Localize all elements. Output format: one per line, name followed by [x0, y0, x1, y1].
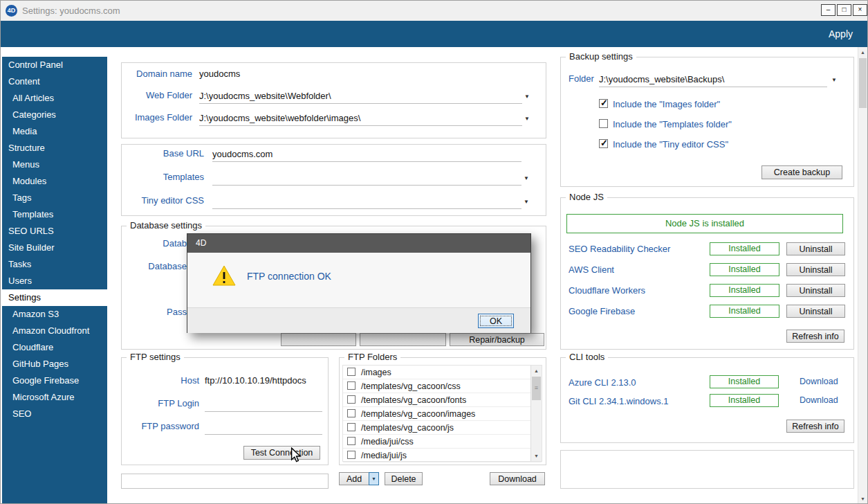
dialog-ok-button[interactable]: OK — [478, 314, 514, 328]
ftp-status-field[interactable] — [121, 474, 329, 489]
ftp-login-field[interactable] — [205, 397, 322, 412]
folder-checkbox[interactable] — [347, 395, 355, 404]
templates-field[interactable] — [212, 171, 521, 186]
base-url-field[interactable]: youdocms.com — [212, 147, 521, 162]
web-folder-dropdown-icon[interactable]: ▼ — [524, 93, 530, 100]
apply-button[interactable]: Apply — [829, 28, 853, 39]
sidebar-item-structure[interactable]: Structure — [2, 140, 107, 156]
close-icon: × — [858, 6, 862, 13]
scrollbar-thumb[interactable]: ≡ — [532, 377, 541, 400]
seo-readability-uninstall-button[interactable]: Uninstall — [786, 242, 845, 255]
images-folder-dropdown-icon[interactable]: ▼ — [524, 116, 530, 122]
scrollbar-thumb[interactable] — [859, 58, 867, 108]
include-images-checkbox[interactable] — [599, 99, 608, 108]
list-item[interactable]: /templates/vg_cacoon/css — [343, 379, 542, 393]
templates-dropdown-icon[interactable]: ▼ — [524, 175, 529, 181]
sidebar-item-github-pages[interactable]: GitHub Pages — [2, 356, 107, 372]
google-firebase-uninstall-button[interactable]: Uninstall — [786, 305, 845, 318]
include-images-label: Include the "Images folder" — [613, 99, 720, 109]
seo-readability-installed-button[interactable]: Installed — [710, 242, 779, 255]
sidebar-item-seo-urls[interactable]: SEO URLS — [2, 223, 107, 240]
include-tiny-css-checkbox[interactable] — [599, 139, 608, 148]
cloudflare-workers-uninstall-button[interactable]: Uninstall — [786, 284, 845, 297]
sidebar-item-users[interactable]: Users — [2, 273, 107, 289]
dialog-titlebar[interactable]: 4D — [187, 234, 530, 253]
download-folders-button[interactable]: Download — [490, 472, 545, 485]
include-tiny-css-label: Include the "Tiny editor CSS" — [613, 139, 728, 150]
backup-folder-label: Folder — [569, 73, 594, 84]
scroll-down-icon[interactable]: ▼ — [531, 451, 542, 461]
tiny-editor-css-field[interactable] — [212, 195, 521, 209]
scroll-up-icon[interactable]: ▲ — [858, 47, 867, 57]
ftp-host-value[interactable]: ftp://10.10.10.19/httpdocs — [205, 375, 306, 386]
seo-readability-label: SEO Readability Checker — [569, 244, 670, 254]
domain-name-value[interactable]: youdocms — [199, 69, 240, 79]
database-button-1[interactable] — [281, 333, 356, 346]
aws-client-installed-button[interactable]: Installed — [710, 263, 779, 276]
folder-checkbox[interactable] — [347, 451, 355, 459]
sidebar-item-menus[interactable]: Menus — [2, 156, 107, 173]
google-firebase-label: Google Firebase — [569, 306, 635, 316]
repair-backup-button[interactable]: Repair/backup — [450, 333, 544, 346]
aws-client-uninstall-button[interactable]: Uninstall — [786, 263, 845, 276]
list-item[interactable]: /templates/vg_cacoon/js — [343, 421, 542, 435]
cli-tools-title: CLI tools — [566, 352, 608, 362]
azure-cli-installed-button[interactable]: Installed — [710, 375, 779, 388]
folder-path: /templates/vg_cacoon/css — [361, 379, 461, 393]
create-backup-button[interactable]: Create backup — [761, 165, 842, 179]
backup-folder-dropdown-icon[interactable]: ▼ — [831, 77, 837, 83]
sidebar-item-modules[interactable]: Modules — [2, 173, 107, 190]
ftp-password-label: FTP password — [90, 421, 199, 431]
sidebar-item-cloudflare[interactable]: Cloudflare — [2, 339, 107, 356]
database-button-2[interactable] — [360, 333, 446, 346]
list-scrollbar[interactable]: ▲ ≡ ▼ — [530, 366, 542, 461]
cloudflare-workers-label: Cloudflare Workers — [569, 285, 645, 296]
add-dropdown-icon[interactable]: ▼ — [369, 472, 379, 485]
delete-folder-button[interactable]: Delete — [385, 472, 423, 485]
list-item[interactable]: /templates/vg_cacoon/fonts — [343, 393, 542, 407]
list-item[interactable]: /media/jui/css — [343, 435, 542, 449]
maximize-button[interactable]: □ — [837, 4, 851, 16]
ftp-password-field[interactable] — [205, 420, 322, 435]
cloudflare-workers-installed-button[interactable]: Installed — [710, 284, 779, 297]
list-item[interactable]: /templates/vg_cacoon/images — [343, 407, 542, 421]
window-scrollbar[interactable]: ▲ ▼ — [858, 47, 867, 504]
images-folder-field[interactable]: J:\youdocms_website\webfolder\images\ — [199, 111, 522, 126]
list-item[interactable]: /media/jui/js — [343, 449, 542, 462]
include-templates-checkbox[interactable] — [599, 119, 608, 128]
window-titlebar[interactable]: 4D Settings: youdocms.com – □ × — [0, 0, 868, 21]
add-folder-button[interactable]: Add — [339, 472, 369, 485]
scroll-up-icon[interactable]: ▲ — [531, 366, 542, 376]
list-item[interactable]: /images — [343, 366, 542, 379]
sidebar-item-media[interactable]: Media — [2, 123, 107, 140]
folder-checkbox[interactable] — [347, 409, 355, 417]
minimize-button[interactable]: – — [821, 4, 835, 16]
images-folder-label: Images Folder — [83, 112, 192, 123]
backup-folder-field[interactable]: J:\youdocms_website\Backups\ — [599, 73, 827, 87]
scroll-down-icon[interactable]: ▼ — [858, 494, 867, 504]
aws-client-label: AWS Client — [569, 264, 614, 275]
git-cli-download-link[interactable]: Download — [800, 395, 838, 405]
tiny-editor-css-dropdown-icon[interactable]: ▼ — [524, 199, 529, 205]
backup-settings-title: Backup settings — [566, 51, 636, 62]
sidebar-item-templates[interactable]: Templates — [2, 206, 107, 223]
folder-checkbox[interactable] — [347, 437, 355, 445]
sidebar-item-settings[interactable]: Settings — [2, 289, 107, 306]
folder-checkbox[interactable] — [347, 423, 355, 431]
nodejs-refresh-info-button[interactable]: Refresh info — [786, 330, 844, 343]
web-folder-field[interactable]: J:\youdocms_website\Webfolder\ — [199, 89, 522, 104]
folder-checkbox[interactable] — [347, 381, 355, 390]
database-password-label: Pass — [69, 307, 187, 317]
folder-checkbox[interactable] — [347, 368, 355, 376]
cli-refresh-info-button[interactable]: Refresh info — [786, 420, 844, 433]
test-connection-button[interactable]: Test Connection — [243, 446, 320, 460]
close-button[interactable]: × — [853, 4, 867, 16]
git-cli-installed-button[interactable]: Installed — [710, 394, 779, 407]
nodejs-title: Node JS — [566, 192, 607, 202]
sidebar-item-amazon-cloudfront[interactable]: Amazon Cloudfront — [2, 323, 107, 339]
azure-cli-download-link[interactable]: Download — [800, 377, 838, 386]
folder-path: /templates/vg_cacoon/fonts — [361, 393, 466, 407]
google-firebase-installed-button[interactable]: Installed — [710, 305, 779, 318]
ftp-connection-dialog: 4D FTP connection OK OK — [187, 233, 531, 333]
sidebar-item-tags[interactable]: Tags — [2, 190, 107, 206]
